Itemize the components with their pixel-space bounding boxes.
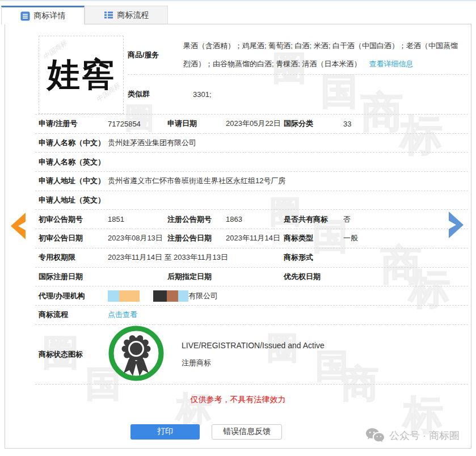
goods-services-label: 商品/服务 [128, 50, 183, 60]
similar-group-label: 类似群 [128, 89, 183, 99]
table-row: 申请人名称（中文） 贵州娃茅酒业集团有限公司 [35, 134, 468, 153]
field-label: 申请人名称（英文） [39, 157, 108, 167]
field-label: 国际分类 [284, 119, 343, 129]
field-label: 注册公告期号 [167, 214, 226, 225]
tab-label: 商标详情 [34, 11, 66, 21]
process-label: 商标流程 [39, 310, 108, 320]
tab-trademark-detail[interactable]: 商标详情 [1, 6, 85, 24]
agent-suffix: 有限公司 [188, 291, 218, 301]
table-row: 申请/注册号 71725854 申请日期 2023年05月22日 国际分类 33 [35, 115, 468, 134]
goods-services-text: 果酒（含酒精）；鸡尾酒; 葡萄酒; 白酒; 米酒; 白干酒（中国白酒）；老酒（中… [183, 41, 458, 68]
status-label: 商标状态图标 [39, 349, 108, 360]
agent-value: 有限公司 [108, 290, 468, 302]
table-row: 初审公告日期 2023年08月13日 注册公告日期 2023年11月14日 商标… [35, 229, 468, 248]
field-value: 2023年11月14日 至 2033年11月13日 [108, 252, 284, 263]
field-value: 33 [343, 120, 468, 128]
similar-group-value: 3301; [183, 90, 468, 99]
table-row: 专用权期限 2023年11月14日 至 2033年11月13日 商标形式 [35, 248, 468, 268]
table-row: 国际注册日期 后期指定日期 优先权日期 [35, 268, 468, 287]
view-process-link[interactable]: 点击查看 [108, 310, 468, 320]
field-value: 贵州娃茅酒业集团有限公司 [108, 138, 468, 148]
agent-row: 代理/办理机构 有限公司 [35, 286, 468, 306]
field-label: 专用权期限 [39, 252, 108, 263]
detail-list-icon [20, 11, 30, 21]
field-value: 2023年05月22日 [226, 119, 284, 129]
status-line-en: LIVE/REGISTRATION/Issued and Active [182, 341, 468, 350]
table-row: 申请人地址（英文） [35, 191, 468, 210]
field-label: 国际注册日期 [39, 272, 108, 282]
status-text: LIVE/REGISTRATION/Issued and Active 注册商标 [182, 341, 468, 368]
table-row: 申请人地址（中文） 贵州省遵义市仁怀市鲁班街道生界社区永红组12号厂房 [35, 172, 468, 191]
field-label: 申请/注册号 [39, 119, 108, 129]
field-label: 商标类型 [284, 233, 343, 243]
previous-arrow-button[interactable] [11, 213, 26, 242]
print-button[interactable]: 打印 [130, 424, 200, 440]
process-list-icon [104, 10, 113, 20]
redaction-block [119, 290, 140, 302]
field-value: 1851 [108, 215, 167, 223]
goods-services-row: 商品/服务 果酒（含酒精）；鸡尾酒; 葡萄酒; 白酒; 米酒; 白干酒（中国白酒… [128, 36, 468, 75]
award-ribbon-icon [108, 325, 165, 382]
trademark-name: 娃窖 [47, 53, 115, 97]
redaction-block [153, 290, 167, 302]
redaction-block [108, 290, 119, 302]
view-details-link[interactable]: 查看详细信息 [369, 60, 413, 68]
tab-label: 商标流程 [117, 10, 149, 20]
status-badge [108, 325, 182, 384]
table-row: 初审公告期号 1851 注册公告期号 1863 是否共有商标 否 [35, 210, 468, 229]
tab-trademark-process[interactable]: 商标流程 [85, 6, 168, 24]
field-label: 是否共有商标 [284, 214, 343, 225]
similar-group-row: 类似群 3301; [128, 75, 468, 113]
wechat-account-text: 公众号 · 商标圈 [389, 429, 460, 442]
field-label: 申请日期 [167, 119, 226, 129]
status-line-cn: 注册商标 [182, 358, 468, 368]
field-label: 优先权日期 [284, 272, 343, 282]
field-value: 71725854 [108, 120, 167, 128]
field-value: 贵州省遵义市仁怀市鲁班街道生界社区永红组12号厂房 [108, 176, 468, 186]
chevron-left-icon [11, 213, 26, 239]
field-label: 申请人地址（英文） [39, 195, 108, 205]
redaction-block [167, 290, 178, 302]
field-label: 申请人名称（中文） [39, 138, 108, 148]
status-row: 商标状态图标 LIVE/REGIST [35, 325, 468, 385]
disclaimer-text: 仅供参考，不具有法律效力 [5, 385, 471, 405]
field-label: 注册公告日期 [167, 233, 226, 243]
field-label: 初审公告期号 [39, 214, 108, 225]
table-row: 申请人名称（英文） [35, 153, 468, 172]
agent-label: 代理/办理机构 [39, 291, 108, 301]
trademark-image: 中国商标 中国商标 娃窖 [39, 36, 124, 114]
tab-bar: 商标详情 商标流程 [0, 6, 476, 24]
trademark-detail-panel: 圈圈国商标圈国商标圈国圈国商标标 中国商标 中国商标 娃窖 商品/服务 果酒（含… [5, 24, 471, 449]
redaction-block [178, 290, 188, 302]
trademark-summary-section: 中国商标 中国商标 娃窖 商品/服务 果酒（含酒精）；鸡尾酒; 葡萄酒; 白酒;… [35, 24, 468, 115]
next-arrow-button[interactable] [448, 212, 464, 240]
field-label: 商标形式 [284, 252, 343, 263]
field-value: 1863 [226, 215, 284, 223]
field-label: 后期指定日期 [167, 272, 226, 282]
top-divider [0, 0, 476, 1]
field-label: 申请人地址（中文） [39, 176, 108, 186]
error-feedback-button[interactable]: 错误信息反馈 [212, 424, 282, 440]
wechat-account-footer: 公众号 · 商标圈 [365, 428, 460, 444]
wechat-icon [365, 428, 385, 444]
field-value: 2023年11月14日 [226, 233, 284, 243]
field-label: 初审公告日期 [39, 233, 108, 243]
field-value: 2023年08月13日 [108, 233, 167, 243]
goods-services-value: 果酒（含酒精）；鸡尾酒; 葡萄酒; 白酒; 米酒; 白干酒（中国白酒）；老酒（中… [183, 37, 468, 73]
chevron-right-icon [448, 212, 464, 238]
process-row: 商标流程 点击查看 [35, 306, 468, 325]
